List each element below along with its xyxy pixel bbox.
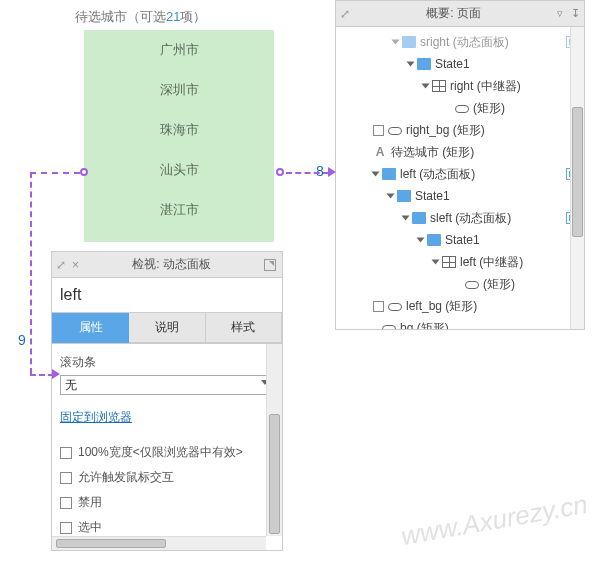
scrollbar-thumb[interactable] (56, 539, 166, 548)
checkbox-selected[interactable]: 选中 (60, 519, 274, 536)
list-item[interactable]: 汕头市 (84, 150, 274, 190)
tree-row[interactable]: State1 (338, 185, 582, 207)
outline-panel: ⤢ 概要: 页面 ▿ ↧ sright (动态面板)State1right (中… (335, 0, 585, 330)
checkbox-icon (60, 522, 72, 534)
tree-row-label: left (动态面板) (400, 166, 566, 183)
tab-style[interactable]: 样式 (206, 313, 282, 343)
tree-row[interactable]: left_bg (矩形) (338, 295, 582, 317)
sort-icon[interactable]: ↧ (571, 7, 580, 20)
annotation-start-dot (80, 168, 88, 176)
checkbox-full-width[interactable]: 100%宽度<仅限浏览器中有效> (60, 444, 274, 461)
checkbox-disabled[interactable]: 禁用 (60, 494, 274, 511)
checkbox-mouse-interact[interactable]: 允许触发鼠标交互 (60, 469, 274, 486)
tab-properties[interactable]: 属性 (52, 313, 129, 343)
inspect-panel-header: ⤢ × 检视: 动态面板 (52, 252, 282, 278)
list-item[interactable]: 湛江市 (84, 190, 274, 230)
tree-row-label: State1 (445, 233, 582, 247)
tree-row-label: right (中继器) (450, 78, 582, 95)
annotation-number-9: 9 (18, 332, 26, 348)
panel-icon (417, 58, 431, 70)
scrollbar-thumb[interactable] (572, 107, 583, 237)
panel-icon (382, 168, 396, 180)
inspect-body: 滚动条 无 固定到浏览器 100%宽度<仅限浏览器中有效> 允许触发鼠标交互 禁… (52, 343, 282, 550)
preview-header-prefix: 待选城市（可选 (75, 9, 166, 24)
list-item[interactable]: 深圳市 (84, 70, 274, 110)
checkbox-icon (60, 472, 72, 484)
tree-row-label: right_bg (矩形) (406, 122, 582, 139)
visibility-checkbox[interactable] (373, 301, 384, 312)
tree-row[interactable]: State1 (338, 53, 582, 75)
visibility-checkbox[interactable] (373, 125, 384, 136)
inspect-panel: ⤢ × 检视: 动态面板 left 属性 说明 样式 滚动条 无 固定到浏览器 … (51, 251, 283, 551)
watermark-text: www.Axurezy.cn (399, 489, 590, 552)
expand-triangle-icon[interactable] (407, 62, 415, 67)
tree-row-label: (矩形) (483, 276, 582, 293)
scrollbar-label: 滚动条 (60, 354, 274, 371)
outline-panel-header: ⤢ 概要: 页面 ▿ ↧ (336, 1, 584, 27)
preview-header-suffix: 项） (180, 9, 206, 24)
arrow-head-icon (52, 369, 60, 379)
rect-icon (388, 127, 402, 135)
tree-row[interactable]: left (动态面板) (338, 163, 582, 185)
expand-triangle-icon[interactable] (402, 216, 410, 221)
rect-icon (465, 281, 479, 289)
annotation-arrow-line (30, 172, 80, 174)
panel-icon (402, 36, 416, 48)
inspect-tabs: 属性 说明 样式 (52, 313, 282, 343)
expand-triangle-icon[interactable] (372, 172, 380, 177)
scrollbar-select[interactable]: 无 (60, 375, 274, 395)
tree-row[interactable]: sleft (动态面板) (338, 207, 582, 229)
list-item[interactable]: 珠海市 (84, 110, 274, 150)
tree-row-label: sleft (动态面板) (430, 210, 566, 227)
checkbox-label: 禁用 (78, 494, 102, 511)
pin-to-browser-link[interactable]: 固定到浏览器 (60, 409, 132, 426)
expand-triangle-icon[interactable] (387, 194, 395, 199)
rect-icon (455, 105, 469, 113)
vertical-scrollbar[interactable] (266, 344, 282, 536)
expand-triangle-icon[interactable] (417, 238, 425, 243)
outline-panel-title: 概要: 页面 (354, 5, 553, 22)
tree-row[interactable]: A待选城市 (矩形) (338, 141, 582, 163)
arrow-head-icon (328, 167, 336, 177)
outline-tree: sright (动态面板)State1right (中继器)(矩形)right_… (336, 27, 584, 329)
panel-menu-icon[interactable] (264, 259, 276, 271)
close-icon[interactable]: × (72, 258, 79, 272)
list-item[interactable]: 广州市 (84, 30, 274, 70)
tab-notes[interactable]: 说明 (129, 313, 205, 343)
annotation-arrow-line (30, 172, 32, 374)
tree-row[interactable]: State1 (338, 229, 582, 251)
expand-triangle-icon[interactable] (422, 84, 430, 89)
checkbox-label: 选中 (78, 519, 102, 536)
tree-row[interactable]: (矩形) (338, 273, 582, 295)
preview-header: 待选城市（可选21项） (75, 8, 206, 26)
tree-row-label: left_bg (矩形) (406, 298, 582, 315)
expand-triangle-icon[interactable] (392, 40, 400, 45)
tree-row[interactable]: right (中继器) (338, 75, 582, 97)
tree-row[interactable]: (矩形) (338, 97, 582, 119)
tree-row[interactable]: left (中继器) (338, 251, 582, 273)
widget-name-input[interactable]: left (52, 278, 282, 313)
expand-triangle-icon[interactable] (432, 260, 440, 265)
tree-row-label: (矩形) (473, 100, 582, 117)
tree-row-label: bg (矩形) (400, 320, 582, 330)
undock-icon[interactable]: ⤢ (340, 7, 350, 21)
tree-row-label: sright (动态面板) (420, 34, 566, 51)
annotation-number-8: 8 (316, 163, 324, 179)
tree-row[interactable]: right_bg (矩形) (338, 119, 582, 141)
checkbox-icon (60, 447, 72, 459)
tree-row-label: left (中继器) (460, 254, 582, 271)
checkbox-label: 允许触发鼠标交互 (78, 469, 174, 486)
tree-row[interactable]: bg (矩形) (338, 317, 582, 329)
filter-icon[interactable]: ▿ (557, 7, 563, 20)
tree-row-label: State1 (415, 189, 582, 203)
repeater-icon (432, 80, 446, 92)
city-list-panel: 广州市 深圳市 珠海市 汕头市 湛江市 (84, 30, 274, 242)
vertical-scrollbar[interactable] (570, 27, 584, 329)
undock-icon[interactable]: ⤢ (56, 258, 66, 272)
horizontal-scrollbar[interactable] (52, 536, 266, 550)
scrollbar-thumb[interactable] (269, 414, 280, 534)
tree-row[interactable]: sright (动态面板) (338, 31, 582, 53)
annotation-arrow-line (286, 172, 329, 174)
repeater-icon (442, 256, 456, 268)
scrollbar-value: 无 (65, 378, 77, 392)
